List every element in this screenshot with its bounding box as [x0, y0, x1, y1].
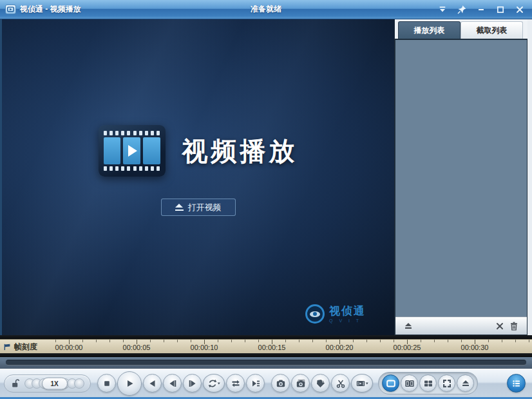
dual-view-button[interactable] [401, 375, 418, 392]
loop-menu-button[interactable] [203, 374, 225, 393]
play-button[interactable] [117, 371, 142, 396]
sidebar-panel [395, 39, 527, 335]
minimize-button[interactable] [474, 4, 488, 15]
playlist-panel[interactable] [395, 40, 527, 316]
single-view-button[interactable] [382, 375, 399, 392]
eject-button[interactable] [401, 319, 415, 333]
transport-buttons [97, 371, 265, 396]
minor-tick [529, 340, 529, 342]
minor-tick [380, 340, 381, 342]
minor-tick [421, 340, 421, 342]
minor-tick [502, 340, 502, 342]
window-controls [435, 4, 527, 15]
control-bar: 1X [0, 369, 532, 399]
grid-view-button[interactable] [419, 375, 437, 392]
close-button[interactable] [513, 4, 527, 15]
watermark: 视侦通 Q V I T [305, 304, 366, 324]
timecode-label: 00:00:25 [394, 344, 421, 351]
minor-tick [150, 340, 151, 342]
seek-bar-row [0, 357, 532, 369]
sidebar-tabs: 播放列表截取列表 [395, 19, 527, 39]
seek-track[interactable] [6, 360, 526, 365]
minor-tick [434, 340, 435, 342]
video-placeholder: 视频播放 [2, 125, 394, 177]
timeline-ruler[interactable]: 帧刻度 00:00:0000:00:0500:00:1000:00:1500:0… [0, 339, 532, 353]
stop-button[interactable] [97, 374, 116, 393]
minor-tick [191, 340, 191, 342]
minor-tick [448, 340, 448, 342]
minor-tick [353, 340, 354, 342]
status-text: 准备就绪 [251, 4, 281, 15]
playlist-toggle-slot [507, 374, 526, 393]
tab-capture-list[interactable]: 截取列表 [461, 21, 523, 39]
view-mode-group [378, 372, 478, 394]
timecode-label: 00:00:30 [461, 344, 489, 351]
minor-tick [488, 340, 489, 342]
skin-menu-button[interactable] [435, 4, 450, 15]
speed-control-group: 1X [4, 375, 91, 393]
fullscreen-button[interactable] [438, 375, 455, 392]
playlist-toolbar [395, 316, 527, 335]
minor-tick [394, 340, 394, 342]
minor-tick [164, 340, 164, 342]
minor-tick [312, 340, 313, 342]
step-back-button[interactable] [163, 374, 182, 393]
snapshot-button[interactable] [271, 374, 290, 393]
minor-tick [96, 340, 97, 342]
minor-tick [258, 340, 259, 342]
app-window: 视侦通 - 视频播放 准备就绪 视频播放 打开视频 视侦通 [0, 0, 532, 399]
sidebar: 播放列表截取列表 [394, 19, 532, 335]
lock-open-icon[interactable] [10, 378, 21, 389]
playlist-button[interactable] [507, 374, 526, 393]
export-video-menu-button[interactable] [351, 374, 373, 393]
compare-button[interactable] [226, 374, 245, 393]
timecode-label: 00:00:00 [55, 344, 83, 351]
eject-button[interactable] [457, 375, 474, 392]
minor-tick [55, 340, 56, 342]
play-sequence-button[interactable] [246, 374, 265, 393]
speed-slider[interactable]: 1X [24, 377, 84, 390]
eye-logo-icon [305, 304, 325, 324]
tab-playlist[interactable]: 播放列表 [398, 21, 461, 39]
video-headline: 视频播放 [182, 133, 298, 169]
clip-button[interactable] [311, 374, 330, 393]
app-icon [5, 5, 16, 14]
minor-tick [231, 340, 232, 342]
maximize-button[interactable] [493, 4, 508, 15]
minor-tick [82, 340, 83, 342]
timecode-label: 00:00:05 [123, 344, 151, 351]
timecode-label: 00:00:15 [258, 344, 286, 351]
video-area: 视频播放 打开视频 视侦通 Q V I T [2, 19, 394, 335]
filmstrip-icon [99, 125, 166, 177]
window-title: 视侦通 - 视频播放 [20, 4, 81, 15]
watermark-sub: Q V I T [329, 318, 366, 323]
frame-marker-icon [3, 343, 12, 351]
watermark-name: 视侦通 [329, 306, 366, 316]
prev-button[interactable] [143, 374, 162, 393]
speed-thumb[interactable]: 1X [42, 377, 68, 389]
minor-tick [299, 340, 299, 342]
content-row: 视频播放 打开视频 视侦通 Q V I T 播放列表截取列表 [0, 19, 532, 335]
pin-button[interactable] [455, 4, 469, 15]
minor-tick [285, 340, 286, 342]
eject-icon [175, 204, 184, 211]
open-video-label: 打开视频 [188, 202, 222, 213]
minor-tick [177, 340, 178, 342]
minor-tick [515, 340, 516, 342]
tool-buttons [271, 374, 373, 393]
timecode-label: 00:00:10 [191, 344, 218, 351]
cut-button[interactable] [331, 374, 350, 393]
minor-tick [123, 340, 124, 342]
minor-tick [461, 340, 462, 342]
minor-tick [109, 340, 110, 342]
step-forward-button[interactable] [183, 374, 202, 393]
open-video-button[interactable]: 打开视频 [161, 199, 236, 216]
burst-snapshot-button[interactable] [291, 374, 310, 393]
minor-tick [218, 340, 218, 342]
minor-tick [326, 340, 327, 342]
minor-tick [366, 340, 367, 342]
minor-tick [245, 340, 245, 342]
timecode-label: 00:00:20 [326, 344, 354, 351]
close-button[interactable] [493, 319, 507, 333]
trash-button[interactable] [507, 319, 521, 333]
